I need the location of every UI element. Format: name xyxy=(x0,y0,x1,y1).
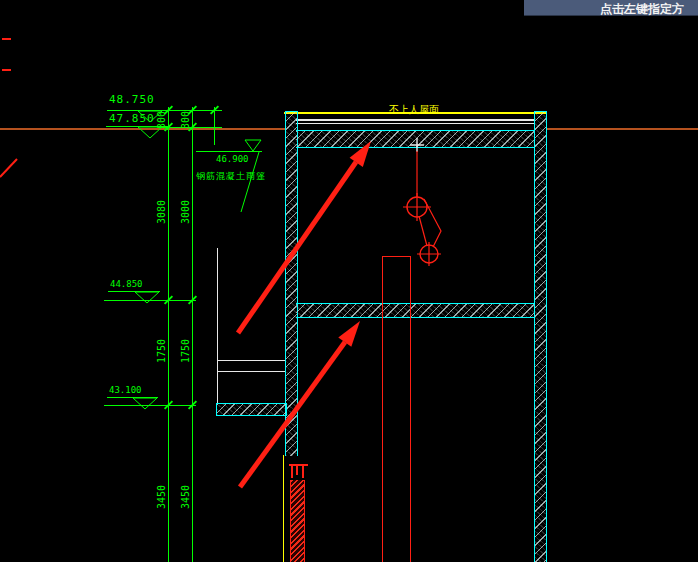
detail-wall-line-top xyxy=(217,360,285,361)
drain-fixture-leg xyxy=(302,466,304,478)
ground-line-right xyxy=(547,128,698,130)
cad-canvas[interactable]: 48.750 47.850 46.900 44.850 43.100 300 3… xyxy=(0,0,698,562)
dim-text: 3000 xyxy=(180,190,192,234)
edge-mark xyxy=(2,69,11,71)
dim-text: 3450 xyxy=(156,475,168,519)
elevation-triangle-46900 xyxy=(245,140,261,151)
dim-text: 1750 xyxy=(180,329,192,373)
roof-slab-section xyxy=(296,130,534,148)
elevation-value: 43.100 xyxy=(109,385,142,395)
dim-text: 300 xyxy=(156,98,168,142)
dim-text: 300 xyxy=(180,98,192,142)
chain-tick-44850 xyxy=(104,300,196,301)
floor-slab-section xyxy=(296,303,534,318)
drain-fixture-leg xyxy=(291,466,293,478)
selected-wall-edge-line xyxy=(283,455,284,562)
detail-wall-line-bottom xyxy=(217,371,285,372)
roof-label: 不上人屋面 xyxy=(389,103,439,117)
chain-tick-43100 xyxy=(104,405,196,406)
dim-text: 1750 xyxy=(156,329,168,373)
edge-mark xyxy=(2,38,11,40)
pulley-link-line xyxy=(419,216,427,246)
shaft-rail-top-line xyxy=(382,256,411,257)
elevation-value: 44.850 xyxy=(110,279,143,289)
drawing-overlay xyxy=(0,0,698,562)
elevation-line-46900 xyxy=(196,151,262,152)
drain-fixture-mid xyxy=(296,466,298,475)
dimension-line-vertical-left xyxy=(168,107,169,562)
edge-diagonal-mark xyxy=(0,159,17,177)
elevation-underline-43100 xyxy=(107,397,158,398)
roof-surface-line-1 xyxy=(296,119,534,121)
pulley-circle-upper xyxy=(407,197,427,217)
ground-line-left xyxy=(0,128,285,130)
canopy-slab-section xyxy=(216,403,287,416)
selected-wall-section xyxy=(290,480,305,562)
elevation-triangle-43100 xyxy=(133,398,157,409)
shaft-rail-right xyxy=(410,257,411,562)
right-wall-section xyxy=(534,111,547,562)
elevation-value: 46.900 xyxy=(216,154,249,164)
cursor-tooltip-text: 点击左键指定方 xyxy=(600,1,684,18)
elevation-value: 47.850 xyxy=(109,112,155,125)
canopy-label: 钢筋混凝土雨篷 xyxy=(196,170,266,183)
pulley-cross-upper xyxy=(403,193,431,221)
cursor-tooltip: 点击左键指定方 xyxy=(524,0,698,16)
elevation-underline-44850 xyxy=(108,291,160,292)
dim-text: 3450 xyxy=(180,475,192,519)
dimension-line-vertical-right xyxy=(192,107,193,562)
pulley-cross-lower xyxy=(417,242,441,266)
extension-line xyxy=(214,107,215,145)
detail-wall-line-vertical xyxy=(217,248,218,404)
elevation-value: 48.750 xyxy=(109,93,155,106)
roof-surface-line-2 xyxy=(296,123,534,124)
dim-text: 3080 xyxy=(156,190,168,234)
shaft-rail-left xyxy=(382,257,383,562)
elevation-triangle-44850 xyxy=(135,292,159,303)
pulley-circle-lower xyxy=(420,245,438,263)
hoist-bracket-line xyxy=(424,199,441,247)
